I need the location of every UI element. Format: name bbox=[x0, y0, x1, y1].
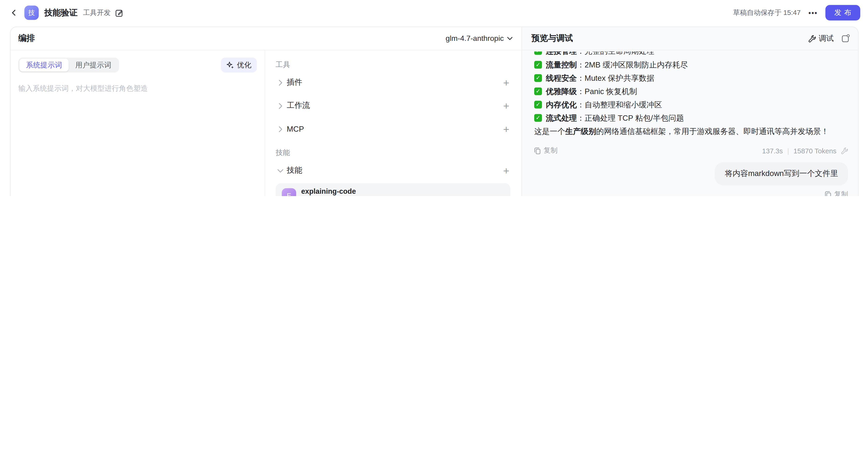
copy-button[interactable]: 复制 bbox=[825, 190, 848, 196]
optimize-label: 优化 bbox=[237, 60, 251, 70]
sparkle-icon bbox=[226, 61, 234, 69]
preview-header: 预览与调试 调试 bbox=[522, 27, 858, 51]
chevron-right-icon[interactable] bbox=[276, 80, 285, 86]
prompt-column: 系统提示词 用户提示词 优化 输入系统提示词，对大模型进行角色塑造 bbox=[10, 51, 265, 196]
check-emoji-icon: ✓ bbox=[534, 101, 542, 108]
row-label: MCP bbox=[287, 125, 304, 133]
add-workflow-button[interactable]: + bbox=[502, 100, 510, 111]
skill-card-explaining-code[interactable]: E explaining-code 用可视化图表和类比解释代码。在解释代码如何工… bbox=[276, 183, 510, 196]
model-selector[interactable]: glm-4.7-anthropic bbox=[446, 34, 513, 43]
preview-title: 预览与调试 bbox=[531, 33, 573, 44]
summary-line: 这是一个生产级别的网络通信基础框架，常用于游戏服务器、即时通讯等高并发场景！ bbox=[534, 125, 848, 138]
tab-user-prompt[interactable]: 用户提示词 bbox=[69, 59, 118, 71]
add-mcp-button[interactable]: + bbox=[502, 124, 510, 134]
copy-icon bbox=[825, 191, 831, 196]
clipped-message-line: ✓连接管理：完整的生命周期处理 bbox=[534, 52, 848, 58]
orchestration-pane: 编排 glm-4.7-anthropic 系统提示词 用户提示词 bbox=[10, 27, 522, 196]
skill-description: 用可视化图表和类比解释代码。在解释代码如何工作、教授代码库知识或用户询问… bbox=[301, 195, 504, 196]
preview-pane: 预览与调试 调试 ✓连接管理：完整的生命周期处理 ✓流量控制：2MB 缓冲区限制… bbox=[522, 27, 858, 196]
optimize-button[interactable]: 优化 bbox=[221, 58, 257, 72]
section-tools: 工具 bbox=[276, 60, 510, 70]
wrench-icon bbox=[808, 35, 816, 42]
page-title: 技能验证 bbox=[44, 7, 78, 18]
agent-category-tag: 工具开发 bbox=[83, 8, 111, 17]
chevron-left-icon bbox=[10, 9, 17, 16]
model-name: glm-4.7-anthropic bbox=[446, 34, 504, 43]
check-emoji-icon: ✓ bbox=[534, 88, 542, 95]
feature-line: ✓优雅降级：Panic 恢复机制 bbox=[534, 85, 848, 98]
row-label: 工作流 bbox=[287, 101, 310, 111]
feature-line: ✓流式处理：正确处理 TCP 粘包/半包问题 bbox=[534, 111, 848, 125]
user-message-bubble: 将内容markdown写到一个文件里 bbox=[715, 162, 848, 186]
row-mcp[interactable]: MCP + bbox=[276, 117, 510, 141]
section-skills: 技能 bbox=[276, 148, 510, 158]
open-window-button[interactable] bbox=[841, 34, 850, 43]
chevron-right-icon[interactable] bbox=[276, 103, 285, 109]
publish-label: 发布 bbox=[834, 8, 854, 18]
tool-usage-icon[interactable] bbox=[841, 147, 848, 155]
prompt-tabs: 系统提示词 用户提示词 bbox=[18, 58, 119, 72]
chat-transcript: ✓连接管理：完整的生命周期处理 ✓流量控制：2MB 缓冲区限制防止内存耗尽 ✓线… bbox=[522, 51, 858, 196]
system-prompt-input[interactable]: 输入系统提示词，对大模型进行角色塑造 bbox=[18, 84, 257, 94]
debug-label: 调试 bbox=[819, 33, 834, 43]
elapsed-time: 137.3s bbox=[762, 147, 783, 155]
feature-line: ✓内存优化：自动整理和缩小缓冲区 bbox=[534, 98, 848, 111]
debug-button[interactable]: 调试 bbox=[808, 33, 834, 43]
row-workflow[interactable]: 工作流 + bbox=[276, 94, 510, 117]
row-label: 插件 bbox=[287, 78, 302, 88]
chevron-down-icon bbox=[507, 36, 513, 40]
back-button[interactable] bbox=[8, 6, 20, 19]
tab-system-prompt[interactable]: 系统提示词 bbox=[20, 59, 69, 71]
agent-avatar: 技 bbox=[24, 6, 39, 20]
edit-title-button[interactable] bbox=[115, 9, 124, 17]
row-label: 技能 bbox=[287, 165, 302, 176]
chevron-right-icon[interactable] bbox=[276, 126, 285, 132]
copy-icon bbox=[534, 147, 541, 155]
app-window: 技 技能验证 工具开发 草稿自动保存于 15:47 ••• 发布 编排 glm-… bbox=[0, 0, 868, 196]
orchestration-header: 编排 glm-4.7-anthropic bbox=[10, 27, 522, 51]
orchestration-title: 编排 bbox=[18, 33, 35, 44]
add-plugin-button[interactable]: + bbox=[502, 77, 510, 88]
row-skill[interactable]: 技能 + bbox=[276, 159, 510, 182]
feature-line: ✓流量控制：2MB 缓冲区限制防止内存耗尽 bbox=[534, 58, 848, 71]
open-window-icon bbox=[841, 34, 850, 43]
check-emoji-icon: ✓ bbox=[534, 114, 542, 122]
publish-button[interactable]: 发布 bbox=[825, 5, 860, 20]
check-emoji-icon: ✓ bbox=[534, 61, 542, 69]
token-count: 15870 Tokens bbox=[794, 147, 836, 155]
chevron-down-icon[interactable] bbox=[276, 168, 285, 173]
check-emoji-icon: ✓ bbox=[534, 74, 542, 82]
autosave-status: 草稿自动保存于 15:47 bbox=[733, 8, 801, 17]
check-emoji-icon: ✓ bbox=[534, 52, 542, 55]
row-plugin[interactable]: 插件 + bbox=[276, 71, 510, 94]
add-skill-button[interactable]: + bbox=[502, 165, 510, 176]
top-header: 技 技能验证 工具开发 草稿自动保存于 15:47 ••• 发布 bbox=[0, 0, 868, 26]
message-meta: 复制 137.3s | 15870 Tokens bbox=[534, 146, 848, 155]
copy-button[interactable]: 复制 bbox=[534, 146, 558, 155]
workspace-card: 编排 glm-4.7-anthropic 系统提示词 用户提示词 bbox=[10, 27, 859, 196]
divider: | bbox=[787, 147, 789, 155]
edit-icon bbox=[115, 9, 124, 17]
more-menu-button[interactable]: ••• bbox=[808, 9, 817, 17]
skill-avatar: E bbox=[282, 188, 296, 196]
skill-title: explaining-code bbox=[301, 187, 504, 195]
capability-column: 工具 插件 + 工作流 + MCP + bbox=[265, 51, 522, 196]
feature-line: ✓线程安全：Mutex 保护共享数据 bbox=[534, 71, 848, 85]
